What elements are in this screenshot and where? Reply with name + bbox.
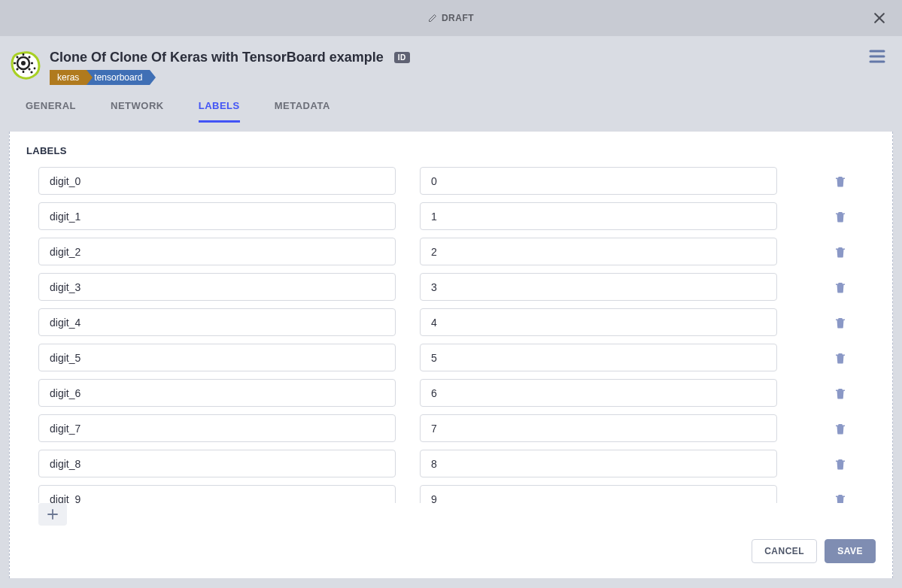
page-title: Clone Of Clone Of Keras with TensorBoard… <box>50 50 384 65</box>
tag-keras[interactable]: keras <box>50 70 87 85</box>
trash-icon <box>834 457 847 471</box>
label-value-input[interactable] <box>420 344 777 371</box>
trash-icon <box>834 493 847 504</box>
footer-actions: CANCEL SAVE <box>26 539 876 563</box>
menu-button[interactable] <box>869 50 885 63</box>
trash-icon <box>834 174 847 188</box>
label-value-input[interactable] <box>420 485 777 503</box>
svg-line-9 <box>29 68 30 70</box>
draft-bar: DRAFT <box>0 0 902 36</box>
model-icon <box>9 50 41 81</box>
label-value-input[interactable] <box>420 273 777 301</box>
gear-blob-icon <box>9 50 41 81</box>
delete-label-button[interactable] <box>832 208 849 225</box>
delete-label-button[interactable] <box>832 350 849 366</box>
trash-icon <box>834 351 847 365</box>
draft-label-text: DRAFT <box>442 13 474 23</box>
label-key-input[interactable] <box>38 450 396 477</box>
svg-line-11 <box>29 56 30 58</box>
delete-label-button[interactable] <box>832 456 849 472</box>
label-row <box>26 379 876 407</box>
label-value-input[interactable] <box>420 238 777 265</box>
label-key-input[interactable] <box>38 202 396 230</box>
label-row <box>26 238 876 265</box>
label-row <box>26 344 876 371</box>
close-icon <box>872 11 887 26</box>
id-badge[interactable]: ID <box>394 52 410 63</box>
tab-labels[interactable]: LABELS <box>199 100 240 123</box>
delete-label-button[interactable] <box>832 314 849 331</box>
label-row <box>26 414 876 442</box>
svg-point-13 <box>34 68 36 70</box>
label-key-input[interactable] <box>38 379 396 407</box>
label-row <box>26 273 876 301</box>
pencil-icon <box>428 14 437 23</box>
label-value-input[interactable] <box>420 450 777 477</box>
close-button[interactable] <box>872 11 887 26</box>
tags: keras tensorboard <box>50 70 410 85</box>
label-row <box>26 202 876 230</box>
section-title: LABELS <box>26 145 876 156</box>
plus-icon <box>47 509 58 520</box>
label-row <box>26 167 876 195</box>
trash-icon <box>834 316 847 329</box>
cancel-button[interactable]: CANCEL <box>752 539 817 563</box>
delete-label-button[interactable] <box>832 279 849 296</box>
label-value-input[interactable] <box>420 308 777 336</box>
delete-label-button[interactable] <box>832 491 849 504</box>
label-value-input[interactable] <box>420 414 777 442</box>
svg-line-8 <box>17 56 18 58</box>
trash-icon <box>834 280 847 294</box>
header: Clone Of Clone Of Keras with TensorBoard… <box>0 36 902 123</box>
trash-icon <box>834 210 847 223</box>
trash-icon <box>834 245 847 259</box>
tab-metadata[interactable]: METADATA <box>275 100 330 123</box>
tab-network[interactable]: NETWORK <box>111 100 164 123</box>
delete-label-button[interactable] <box>832 385 849 402</box>
label-row <box>26 485 876 503</box>
label-row <box>26 308 876 336</box>
label-value-input[interactable] <box>420 379 777 407</box>
labels-list <box>26 167 876 503</box>
hamburger-icon <box>869 50 885 63</box>
label-key-input[interactable] <box>38 308 396 336</box>
labels-panel: LABELS CANCEL SAVE <box>9 132 893 578</box>
add-label-button[interactable] <box>38 503 67 526</box>
label-key-input[interactable] <box>38 414 396 442</box>
save-button[interactable]: SAVE <box>825 539 876 563</box>
label-value-input[interactable] <box>420 202 777 230</box>
trash-icon <box>834 386 847 400</box>
draft-status: DRAFT <box>428 13 474 23</box>
svg-point-3 <box>21 61 26 65</box>
label-key-input[interactable] <box>38 167 396 195</box>
delete-label-button[interactable] <box>832 173 849 189</box>
svg-point-12 <box>30 71 32 73</box>
delete-label-button[interactable] <box>832 244 849 260</box>
label-key-input[interactable] <box>38 238 396 265</box>
trash-icon <box>834 422 847 435</box>
svg-line-10 <box>17 68 18 70</box>
tab-general[interactable]: GENERAL <box>26 100 76 123</box>
label-value-input[interactable] <box>420 167 777 195</box>
label-key-input[interactable] <box>38 485 396 503</box>
label-key-input[interactable] <box>38 344 396 371</box>
label-key-input[interactable] <box>38 273 396 301</box>
label-row <box>26 450 876 477</box>
tabs: GENERAL NETWORK LABELS METADATA <box>9 85 893 123</box>
delete-label-button[interactable] <box>832 420 849 437</box>
